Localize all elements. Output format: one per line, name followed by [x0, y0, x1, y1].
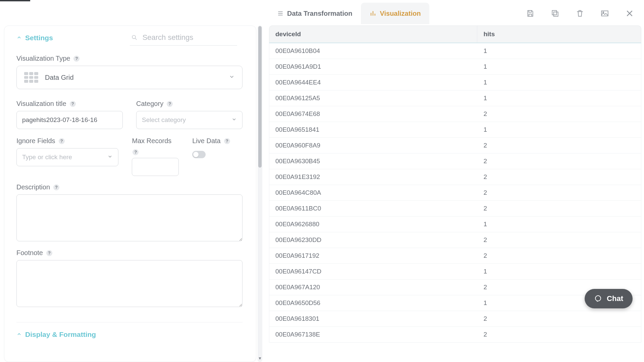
svg-rect-2: [601, 11, 608, 16]
table-row[interactable]: 00E0A967138E2: [269, 327, 641, 342]
category-placeholder: Select category: [142, 116, 186, 124]
cell-deviceid: 00E0A967A120: [269, 280, 477, 295]
table-row[interactable]: 00E0A9674E682: [269, 106, 641, 122]
cell-hits: 2: [477, 232, 641, 248]
cell-deviceid: 00E0A96147CD: [269, 264, 477, 279]
visualization-title-input[interactable]: [16, 111, 123, 129]
table-row[interactable]: 00E0A9611BC02: [269, 201, 641, 217]
viz-type-value: Data Grid: [45, 74, 74, 81]
chat-icon: [594, 295, 602, 303]
chevron-down-icon: [231, 116, 237, 124]
copy-icon[interactable]: [550, 8, 560, 18]
cell-deviceid: 00E0A9611BC0: [269, 201, 477, 216]
description-label: Description ?: [16, 183, 243, 191]
cell-deviceid: 00E0A9674E68: [269, 106, 477, 122]
chevron-up-icon: [16, 330, 22, 339]
viz-type-label: Visualization Type ?: [16, 55, 243, 62]
visualization-type-select[interactable]: Data Grid: [16, 66, 243, 89]
chat-label: Chat: [607, 294, 623, 303]
max-records-input[interactable]: [132, 158, 179, 176]
trash-icon[interactable]: [575, 8, 585, 18]
cell-deviceid: 00E0A96230DD: [269, 232, 477, 248]
max-records-field[interactable]: [138, 163, 173, 171]
footnote-textarea[interactable]: [16, 260, 243, 307]
tab-visualization[interactable]: Visualization: [361, 3, 429, 24]
tab-data-transformation[interactable]: Data Transformation: [268, 3, 361, 24]
table-row[interactable]: 00E0A96125A51: [269, 90, 641, 106]
cell-hits: 2: [477, 106, 641, 122]
help-icon[interactable]: ?: [167, 101, 173, 107]
table-row[interactable]: 00E0A9610B041: [269, 43, 641, 59]
live-data-toggle[interactable]: [192, 151, 206, 158]
cell-hits: 2: [477, 154, 641, 169]
table-row[interactable]: 00E0A96147CD1: [269, 264, 641, 280]
search-input[interactable]: [143, 33, 236, 42]
cell-hits: 2: [477, 138, 641, 153]
cell-deviceid: 00E0A9618301: [269, 311, 477, 326]
cell-hits: 2: [477, 169, 641, 185]
table-row[interactable]: 00E0A96268801: [269, 217, 641, 232]
cell-hits: 1: [477, 122, 641, 137]
table-row[interactable]: 00E0A961A9D11: [269, 59, 641, 75]
tab-label: Data Transformation: [287, 10, 352, 17]
column-header-hits[interactable]: hits: [477, 26, 641, 43]
table-row[interactable]: 00E0A9644EE41: [269, 75, 641, 90]
description-textarea[interactable]: [16, 194, 243, 241]
table-row[interactable]: 00E0A96171922: [269, 248, 641, 264]
section-title: Display & Formatting: [25, 330, 96, 339]
table-row[interactable]: 00E0A964C80A2: [269, 185, 641, 201]
column-header-deviceid[interactable]: deviceId: [269, 26, 477, 43]
svg-point-3: [603, 12, 604, 13]
export-image-icon[interactable]: [600, 8, 610, 18]
help-icon[interactable]: ?: [70, 101, 76, 107]
help-icon[interactable]: ?: [59, 138, 65, 144]
search-settings[interactable]: [130, 32, 237, 46]
cell-deviceid: 00E0A9626880: [269, 217, 477, 232]
cell-deviceid: 00E0A9630B45: [269, 154, 477, 169]
table-row[interactable]: 00E0A96183012: [269, 311, 641, 327]
grid-header: deviceId hits: [269, 25, 641, 43]
cell-hits: 1: [477, 59, 641, 74]
cell-hits: 2: [477, 311, 641, 326]
close-icon[interactable]: [625, 8, 635, 18]
help-icon[interactable]: ?: [53, 184, 59, 190]
help-icon[interactable]: ?: [73, 56, 79, 62]
table-row[interactable]: 00E0A9630B452: [269, 154, 641, 169]
cell-deviceid: 00E0A91E3192: [269, 169, 477, 185]
table-row[interactable]: 00E0A960F8A92: [269, 138, 641, 154]
scroll-thumb[interactable]: [258, 26, 262, 168]
category-select[interactable]: Select category: [136, 111, 243, 129]
save-icon[interactable]: [525, 8, 535, 18]
live-data-label: Live Data ?: [192, 137, 243, 145]
scroll-down-icon[interactable]: ▼: [258, 356, 262, 361]
cell-hits: 1: [477, 217, 641, 232]
cell-hits: 2: [477, 248, 641, 263]
cell-hits: 1: [477, 90, 641, 106]
cell-hits: 2: [477, 201, 641, 216]
cell-hits: 1: [477, 43, 641, 59]
ignore-fields-select[interactable]: Type or click here: [16, 148, 118, 166]
cell-hits: 2: [477, 185, 641, 200]
search-icon: [131, 34, 138, 41]
tab-label: Visualization: [380, 10, 421, 17]
bar-chart-icon: [370, 10, 376, 17]
viz-title-field[interactable]: [22, 116, 117, 124]
display-formatting-section-header[interactable]: Display & Formatting: [16, 322, 243, 339]
help-icon[interactable]: ?: [224, 138, 230, 144]
list-icon: [277, 10, 284, 17]
table-row[interactable]: 00E0A96230DD2: [269, 232, 641, 248]
table-row[interactable]: 00E0A967A1202: [269, 280, 641, 295]
help-icon[interactable]: ?: [132, 149, 139, 155]
footnote-label: Footnote ?: [16, 249, 243, 257]
cell-deviceid: 00E0A96125A5: [269, 90, 477, 106]
table-row[interactable]: 00E0A91E31922: [269, 169, 641, 185]
svg-rect-0: [554, 12, 558, 16]
cell-deviceid: 00E0A960F8A9: [269, 138, 477, 153]
table-row[interactable]: 00E0A96518411: [269, 122, 641, 138]
svg-point-5: [595, 296, 601, 301]
help-icon[interactable]: ?: [46, 250, 52, 256]
settings-scrollbar[interactable]: ▼: [258, 25, 262, 362]
settings-panel: Settings Visualization Type ? Data Grid: [4, 25, 256, 362]
chat-button[interactable]: Chat: [585, 289, 633, 308]
ignore-fields-placeholder: Type or click here: [22, 154, 72, 161]
